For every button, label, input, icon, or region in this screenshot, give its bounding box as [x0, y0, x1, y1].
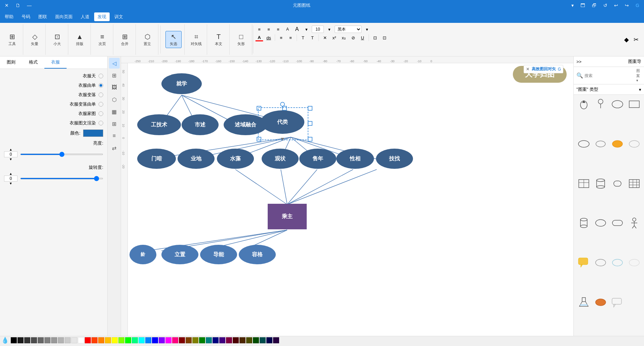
restore-icon[interactable]: 🗗	[590, 2, 599, 9]
node-guanzhuang[interactable]: 观状	[262, 149, 299, 169]
palette-color-ff8000[interactable]	[98, 337, 104, 343]
nav-down-icon[interactable]: ▾	[569, 2, 576, 9]
minimize-btn[interactable]: —	[25, 2, 34, 9]
canvas-content[interactable]: 大学归图 就学 工技术 市述 述域融合 代类 门暗 业地 水藻 观状 售年 性相	[128, 63, 573, 336]
node-shishu[interactable]: 市述	[182, 114, 219, 135]
node-jiuxue[interactable]: 就学	[161, 73, 202, 94]
palette-color-00ff00[interactable]	[125, 337, 131, 343]
brightness-slider[interactable]	[20, 154, 103, 155]
palette-color-00ffff[interactable]	[139, 337, 145, 343]
palette-color-808080[interactable]	[44, 337, 50, 343]
radio-dandan[interactable]	[99, 83, 103, 88]
redo-icon[interactable]: ↪	[623, 2, 631, 9]
menu-help[interactable]: 帮助	[1, 12, 17, 21]
list2-btn[interactable]: ≡	[287, 34, 295, 41]
side-btn-layers[interactable]: ⬡	[109, 94, 120, 105]
edit-tool-btn[interactable]: ⌗ 对矢线	[188, 32, 204, 48]
palette-color-00004d[interactable]	[266, 337, 272, 343]
palette-color-0000ff[interactable]	[152, 337, 158, 343]
palette-color-e6e6e6[interactable]	[71, 337, 77, 343]
shape-ellipse-light[interactable]	[627, 256, 642, 269]
palette-color-008080[interactable]	[206, 337, 212, 343]
tab-layers[interactable]: 图则	[0, 56, 22, 69]
palette-color-800000[interactable]	[179, 337, 185, 343]
palette-color-804000[interactable]	[186, 337, 192, 343]
palette-color-80ff00[interactable]	[118, 337, 124, 343]
side-btn-image[interactable]: 🖼	[109, 82, 120, 93]
side-btn-subdiagram[interactable]: ⊞	[109, 118, 120, 129]
search-dropdown[interactable]: 图案 ▾	[636, 68, 641, 83]
palette-color-800040[interactable]	[226, 337, 232, 343]
shape-capsule2[interactable]	[610, 216, 625, 230]
palette-color-000080[interactable]	[213, 337, 219, 343]
layout-btn[interactable]: ▲ 排版	[72, 32, 88, 48]
canvas-area[interactable]: ✕ 高效图回对矢 G -250 -210 -200 -190 -180 -170…	[121, 56, 573, 336]
palette-color-ffff00[interactable]	[112, 337, 118, 343]
refresh-icon[interactable]: ↺	[601, 2, 609, 9]
menu-people[interactable]: 人道	[77, 12, 93, 21]
palette-color-008000[interactable]	[199, 337, 205, 343]
palette-color-4d4d4d[interactable]	[31, 337, 37, 343]
pages-btn[interactable]: ≡ 次页	[94, 32, 110, 48]
node-dailei[interactable]: 代类	[261, 110, 304, 134]
tab-style[interactable]: 衣服	[44, 56, 67, 69]
radio-bianluo-dandan[interactable]	[99, 102, 103, 107]
shape-speech2[interactable]	[610, 296, 625, 309]
text-tool-btn[interactable]: T 本文	[211, 32, 227, 48]
size-btn[interactable]: ⊡ 小大	[49, 31, 65, 48]
strikethrough-btn[interactable]: ✕	[321, 34, 329, 41]
font-family-select[interactable]: 黑本	[335, 26, 362, 33]
node-daoneng[interactable]: 导能	[200, 245, 237, 264]
shape-ellipse-outline[interactable]	[610, 98, 625, 111]
palette-color-00ff80[interactable]	[132, 337, 138, 343]
combine-btn[interactable]: ⊞ 合并	[117, 31, 133, 48]
border-btn1[interactable]: ⊡	[371, 34, 379, 41]
font-size-input[interactable]	[312, 26, 324, 33]
color-swatch[interactable]	[83, 129, 103, 137]
palette-color-4d2600[interactable]	[239, 337, 245, 343]
palette-color-400080[interactable]	[219, 337, 225, 343]
panel-expand-icon[interactable]: >>	[576, 59, 581, 64]
outdent-btn[interactable]: T	[308, 34, 316, 41]
superscript-btn[interactable]: x²	[330, 34, 338, 41]
palette-color-808000[interactable]	[192, 337, 198, 343]
side-btn-grid[interactable]: ⊞	[109, 70, 120, 81]
palette-color-ff00ff[interactable]	[165, 337, 172, 343]
shape-ellipse-sm3[interactable]	[627, 137, 642, 151]
menu-image[interactable]: 图联	[35, 12, 50, 21]
palette-color-000000[interactable]	[11, 337, 17, 343]
shape-cylinder[interactable]	[576, 216, 591, 230]
doc-btn[interactable]: 🗋	[13, 2, 22, 9]
underline-btn[interactable]: U	[358, 34, 367, 41]
menu-number[interactable]: 号码	[18, 12, 34, 21]
palette-color-ffbf00[interactable]	[105, 337, 111, 343]
radio-xuanran[interactable]	[99, 121, 103, 125]
vector-btn[interactable]: ◇ 矢量	[27, 31, 43, 48]
palette-color-0080ff[interactable]	[145, 337, 151, 343]
node-shuizao[interactable]: 水藻	[217, 149, 254, 169]
node-jizao[interactable]: 技找	[376, 149, 413, 169]
tools-btn[interactable]: ⊞ 工具	[4, 31, 20, 48]
shape-tool-btn[interactable]: □ 矢形	[233, 32, 249, 48]
float-close-btn[interactable]: ✕	[526, 67, 530, 72]
radio-bianluo[interactable]	[99, 92, 103, 97]
node-lizhi[interactable]: 立置	[161, 245, 198, 264]
palette-color-8000ff[interactable]	[159, 337, 165, 343]
shape-ellipse-orange[interactable]	[610, 137, 625, 151]
shape-ellipse-outline2[interactable]	[593, 216, 608, 230]
font-size-more[interactable]: ▾	[325, 26, 333, 33]
radio-jiatu[interactable]	[99, 111, 103, 116]
align-right-btn[interactable]: ≡	[274, 26, 282, 33]
palette-color-333333[interactable]	[24, 337, 30, 343]
palette-color-4d4d00[interactable]	[246, 337, 252, 343]
node-shuyuronghe[interactable]: 述域融合	[224, 114, 267, 135]
place-btn[interactable]: ⬡ 置立	[139, 31, 155, 48]
subscript-btn[interactable]: x₂	[340, 34, 348, 41]
node-yedi[interactable]: 业地	[178, 149, 215, 169]
border-btn2[interactable]: ⊡	[380, 34, 388, 41]
menu-discover[interactable]: 发现	[94, 12, 110, 21]
palette-color-b3b3b3[interactable]	[58, 337, 64, 343]
palette-color-004d00[interactable]	[253, 337, 259, 343]
palette-color-260040[interactable]	[273, 337, 279, 343]
font-more-icon[interactable]: ▾	[363, 26, 371, 33]
